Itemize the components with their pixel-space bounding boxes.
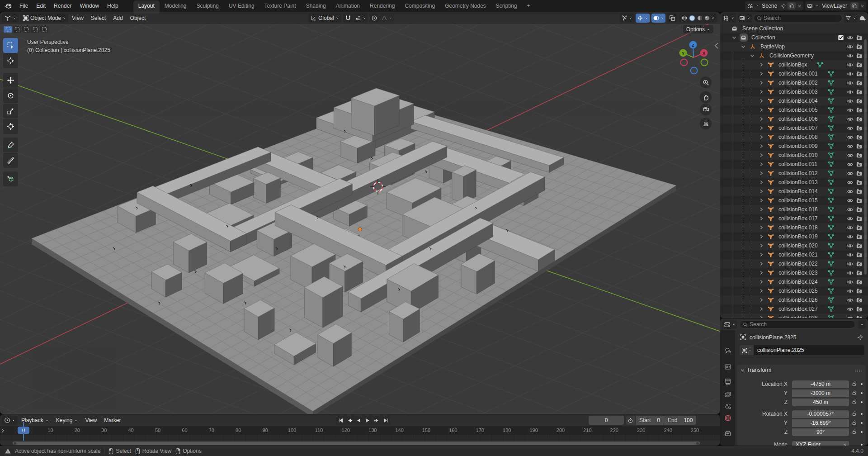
expander-icon[interactable] (758, 143, 764, 149)
breadcrumb-object-name[interactable]: collisionPlane.2825 (750, 334, 796, 341)
eye-icon[interactable] (847, 279, 854, 285)
outliner-filter-display[interactable] (738, 14, 752, 23)
snap-menu[interactable] (354, 14, 368, 23)
show-gizmo-selectability[interactable] (620, 14, 634, 23)
menu-window[interactable]: Window (75, 3, 103, 9)
camera-restrict-icon[interactable] (856, 279, 863, 285)
new-collection-button[interactable] (859, 15, 866, 22)
close-icon[interactable] (860, 4, 865, 9)
camera-restrict-icon[interactable] (856, 261, 863, 267)
keyframe-dot[interactable] (861, 422, 863, 424)
outliner-search[interactable] (754, 14, 842, 22)
tool-select-box[interactable] (3, 38, 18, 53)
outliner-item-label[interactable]: collisionBox.010 (778, 152, 818, 158)
pin-icon[interactable] (780, 3, 786, 9)
expander-icon[interactable] (758, 215, 764, 222)
keyframe-dot[interactable] (861, 401, 863, 403)
tab-uv-editing[interactable]: UV Editing (224, 0, 259, 12)
camera-restrict-icon[interactable] (856, 52, 863, 59)
expander-icon[interactable] (758, 188, 764, 195)
jump-to-prev-keyframe-button[interactable] (345, 416, 354, 425)
viewlayer-name[interactable]: ViewLayer (820, 3, 849, 9)
expander-icon[interactable] (758, 315, 764, 318)
collapse-arrow-icon[interactable] (714, 42, 719, 49)
object-id-icon[interactable] (740, 345, 754, 355)
expander-icon[interactable] (758, 71, 764, 77)
eye-icon[interactable] (847, 43, 854, 50)
keyframe-dot[interactable] (861, 444, 863, 446)
transform-value-field[interactable]: 90° (792, 428, 849, 436)
viewport-menu-select[interactable]: Select (87, 15, 109, 21)
timeline-ruler[interactable]: 0102030405060708090100110120130140150160… (0, 426, 720, 435)
keyframe-dot[interactable] (861, 383, 863, 385)
camera-restrict-icon[interactable] (856, 62, 863, 68)
select-mode-tweak[interactable] (4, 26, 12, 33)
outliner-item-label[interactable]: collisionBox.011 (778, 161, 817, 167)
expander-icon[interactable] (758, 89, 764, 95)
expander-icon[interactable] (758, 242, 764, 249)
eye-icon[interactable] (847, 34, 854, 41)
shading-wireframe[interactable] (681, 15, 688, 21)
outliner-item-label[interactable]: collisionBox (778, 62, 807, 68)
show-gizmos-toggle[interactable] (636, 14, 650, 23)
3d-viewport[interactable]: Object Mode ViewSelectAddObject Global (0, 12, 720, 414)
shading-rendered[interactable] (704, 15, 710, 21)
lock-open-icon[interactable] (852, 390, 857, 396)
camera-restrict-icon[interactable] (856, 315, 863, 318)
camera-restrict-icon[interactable] (856, 188, 863, 195)
scene-name[interactable]: Scene (760, 3, 779, 9)
checkbox-icon[interactable] (838, 34, 844, 41)
outliner-item-label[interactable]: collisionBox.003 (778, 89, 818, 95)
eye-icon[interactable] (847, 206, 854, 213)
properties-tab-scene[interactable] (720, 401, 735, 413)
camera-restrict-icon[interactable] (856, 197, 863, 204)
expander-icon[interactable] (758, 233, 764, 240)
select-mode-box[interactable] (13, 26, 21, 33)
zoom-icon[interactable] (700, 76, 712, 88)
camera-restrict-icon[interactable] (856, 71, 863, 77)
timeline-editor-type[interactable] (2, 416, 18, 425)
lock-open-icon[interactable] (852, 411, 857, 417)
viewport-menu-add[interactable]: Add (109, 15, 126, 21)
eye-icon[interactable] (847, 233, 854, 240)
camera-restrict-icon[interactable] (856, 215, 863, 222)
outliner-item-label[interactable]: collisionBox.028 (778, 315, 818, 318)
viewport-menu-object[interactable]: Object (127, 15, 150, 21)
rotation-mode-dropdown[interactable]: XYZ Euler (792, 441, 849, 446)
select-mode-circle[interactable] (22, 26, 30, 33)
eye-icon[interactable] (847, 89, 854, 95)
menu-file[interactable]: File (15, 3, 32, 9)
properties-options[interactable] (858, 320, 866, 329)
eye-icon[interactable] (847, 143, 854, 150)
outliner-item-label[interactable]: collisionBox.005 (778, 107, 818, 113)
expander-icon[interactable] (731, 34, 737, 41)
timeline-menu-keying[interactable]: Keying (52, 417, 82, 423)
outliner-item-label[interactable]: collisionBox.008 (778, 134, 818, 140)
eye-icon[interactable] (847, 297, 854, 304)
camera-restrict-icon[interactable] (856, 98, 863, 104)
properties-tab-collection[interactable] (720, 428, 735, 439)
expander-icon[interactable] (758, 297, 764, 303)
blender-logo-icon[interactable] (0, 3, 15, 9)
copy-icon[interactable] (850, 2, 859, 10)
end-frame-field[interactable]: End100 (664, 416, 696, 425)
lock-open-icon[interactable] (852, 420, 857, 426)
eye-icon[interactable] (847, 125, 854, 132)
orientation-dropdown[interactable]: Global (308, 14, 341, 23)
outliner-item-label[interactable]: Collection (751, 34, 775, 41)
eye-icon[interactable] (847, 62, 854, 68)
eye-icon[interactable] (847, 116, 854, 123)
tool-move[interactable] (3, 73, 18, 88)
expander-icon[interactable] (758, 152, 764, 158)
eye-icon[interactable] (847, 52, 854, 59)
pin-icon[interactable] (857, 334, 863, 341)
eye-icon[interactable] (847, 71, 854, 77)
jump-to-start-button[interactable] (336, 416, 345, 425)
expander-icon[interactable] (758, 125, 764, 131)
keyframe-dot[interactable] (861, 413, 863, 415)
expander-icon[interactable] (758, 80, 764, 86)
camera-restrict-icon[interactable] (856, 34, 863, 41)
properties-tab-view-layer[interactable] (720, 389, 735, 400)
outliner-item-label[interactable]: collisionBox.023 (778, 270, 818, 276)
proportional-editing-toggle[interactable] (369, 14, 379, 23)
